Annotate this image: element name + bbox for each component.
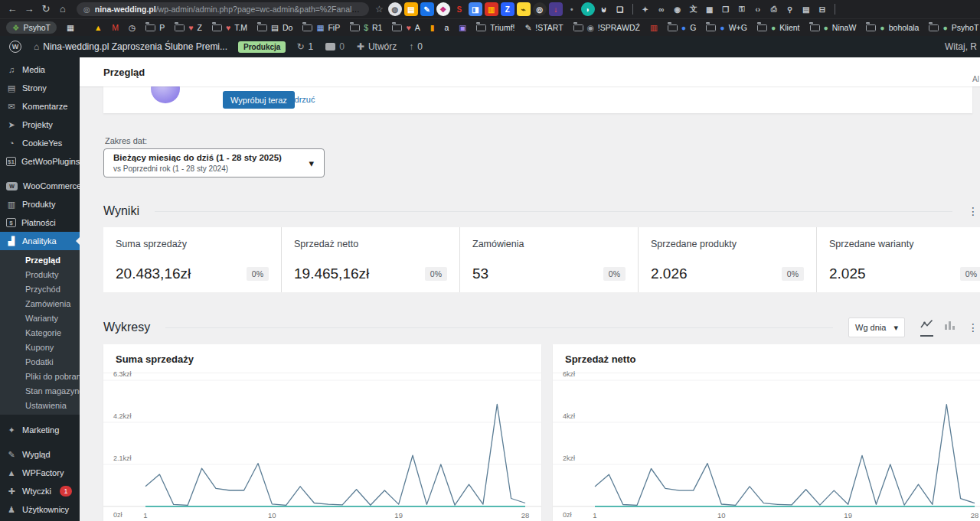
extension-clipboard[interactable]: ❏ [613, 2, 627, 16]
bookmark-folder-triumf[interactable]: Triumf! [476, 23, 514, 32]
site-name-menu[interactable]: ⌂ Nina-wedding.pl Zaproszenia Ślubne Pre… [28, 36, 234, 57]
sidebar-item-cookieyes[interactable]: ◔CookieYes [0, 134, 80, 152]
bookmark-folder-a[interactable]: ♥A [392, 23, 420, 32]
interval-select[interactable]: Wg dnia ▾ [848, 317, 905, 337]
home-icon[interactable]: ⌂ [55, 0, 70, 18]
bookmark-star-icon[interactable]: ☆ [375, 4, 384, 15]
extension-notes-orange[interactable]: ▤ [404, 2, 418, 16]
date-range-select[interactable]: Bieżący miesiąc do dziś (1 - 28 sty 2025… [103, 148, 325, 177]
extension-print[interactable]: ⎙ [767, 2, 781, 16]
sidebar-subitem-zamowienia[interactable]: Zamówienia [0, 296, 80, 311]
bookmark-drive-icon[interactable]: ▲ [94, 23, 102, 32]
wordpress-logo-menu[interactable]: W [3, 36, 28, 57]
bookmark-amazon-icon[interactable]: a [444, 23, 449, 32]
line-chart-icon[interactable] [920, 318, 933, 337]
sidebar-item-woocommerce[interactable]: WWooCommerce [0, 177, 80, 195]
extension-calendar[interactable]: ▦ [703, 2, 717, 16]
updates-menu[interactable]: ↻ 1 [290, 36, 319, 57]
dismiss-link[interactable]: Odrzuć [288, 95, 315, 104]
sidebar-item-wtyczki[interactable]: ✚Wtyczki1 [0, 482, 80, 500]
extension-clip-blue[interactable]: ◨ [469, 2, 482, 16]
extension-globe[interactable]: ◍ [388, 2, 402, 16]
sidebar-item-komentarze[interactable]: ✉Komentarze [0, 97, 80, 116]
sidebar-item-getwooplugins[interactable]: $1GetWooPlugins [0, 152, 80, 171]
bookmark-folder-boholala[interactable]: ●boholala [866, 23, 919, 32]
extension-mic[interactable]: ⊎ [597, 2, 611, 16]
bookmark-apps-grid-icon[interactable]: ▦ [67, 23, 74, 32]
bookmark-folder-r1[interactable]: $R1 [350, 23, 382, 32]
extension-star-badge[interactable]: ✦ [639, 2, 652, 16]
line-chart-plot[interactable] [103, 344, 541, 521]
reload-icon[interactable]: ↻ [38, 0, 54, 18]
sidebar-subitem-podatki[interactable]: Podatki [0, 354, 80, 369]
bookmark-folder-do[interactable]: ▤Do [257, 23, 292, 32]
bookmark-bookmark-favicon-purple[interactable]: ▣ [459, 23, 466, 32]
sidebar-item-media[interactable]: ♫Media [0, 60, 80, 79]
bookmark-folder-z[interactable]: ♥Z [175, 23, 202, 32]
extension-editor-blue[interactable]: ✎ [420, 2, 434, 16]
sidebar-item-platnosci[interactable]: $Płatności [0, 213, 80, 232]
sidebar-item-strony[interactable]: ▤Strony [0, 79, 80, 97]
bookmark-folder-psyhot[interactable]: ●PsyhoT [929, 23, 978, 32]
extension-capture[interactable]: ◉ [671, 2, 684, 16]
extension-chart-red[interactable]: ▥ [485, 2, 498, 16]
back-icon[interactable]: ← [5, 0, 20, 18]
extension-link[interactable]: ∞ [655, 2, 668, 16]
bookmark-folder-p[interactable]: P [145, 23, 165, 32]
sidebar-item-marketing[interactable]: ✦Marketing [0, 421, 80, 439]
charts-kebab-menu-icon[interactable]: ⋮ [968, 321, 978, 334]
performance-kebab-menu-icon[interactable]: ⋮ [968, 205, 978, 217]
extension-dot[interactable]: • [565, 2, 579, 16]
stat-card-sprzedane-produkty[interactable]: Sprzedane produkty 2.026 0% [639, 227, 817, 292]
bookmark-folder-ninaw[interactable]: ●NinaW [810, 23, 857, 32]
sidebar-subitem-przychod[interactable]: Przychód [0, 282, 80, 296]
bookmark-folder-sprawdz[interactable]: ◉!SPRAWDŹ [573, 23, 640, 32]
sidebar-item-wyglad[interactable]: ✎Wygląd [0, 445, 80, 464]
sidebar-item-projekty[interactable]: ➤Projekty [0, 116, 80, 134]
bookmark-gmail-icon[interactable]: M [112, 23, 119, 32]
extension-code[interactable]: ‹› [751, 2, 765, 16]
extension-devices[interactable]: ❐ [719, 2, 733, 16]
bookmark-folder-t-m[interactable]: ♥T.M [212, 23, 247, 32]
stat-card-sprzedane-warianty[interactable]: Sprzedane warianty 2.025 0% [817, 227, 980, 292]
bar-chart-icon[interactable] [944, 319, 956, 336]
extension-teal-chat[interactable]: ◗ [581, 2, 595, 16]
extension-dark-ring[interactable]: ◎ [533, 2, 547, 16]
uploads-menu[interactable]: ↑ 0 [403, 36, 429, 57]
extension-download-purple[interactable]: ↓ [549, 2, 563, 16]
bookmark-folder-fip[interactable]: ▦FiP [302, 23, 340, 32]
line-chart-plot[interactable] [553, 344, 980, 521]
stat-card-sprzedaz-netto[interactable]: Sprzedaż netto 19.465,16zł 0% [282, 227, 460, 292]
greeting-menu[interactable]: Witaj, R [945, 41, 977, 52]
extension-translate[interactable]: 文 [687, 2, 701, 16]
bookmark-bookmark-favicon-orange[interactable]: ▮ [430, 23, 435, 32]
bookmark-bookmark-favicon-red[interactable]: ▥ [650, 23, 658, 32]
extension-car[interactable]: ⊟ [815, 2, 829, 16]
extension-broom-yellow[interactable]: ⌁ [517, 2, 531, 16]
comments-menu[interactable]: 0 [319, 36, 351, 57]
sidebar-subitem-przeglad[interactable]: Przegląd [0, 252, 80, 267]
extension-z-blue[interactable]: Z [501, 2, 514, 16]
sidebar-subitem-kupony[interactable]: Kupony [0, 340, 80, 354]
sidebar-subitem-warianty[interactable]: Warianty [0, 311, 80, 325]
stat-card-zamowienia[interactable]: Zamówienia 53 0% [460, 227, 639, 292]
bookmark-folder-g[interactable]: ●G [668, 23, 697, 32]
try-now-button[interactable]: Wypróbuj teraz [223, 91, 295, 109]
bookmark-history-icon[interactable]: ◷ [129, 23, 136, 32]
sidebar-item-wpfactory[interactable]: ▲WPFactory [0, 464, 80, 482]
bookmark-folder-w-g[interactable]: ●W+G [706, 23, 747, 32]
extension-s-red[interactable]: S [452, 2, 466, 16]
site-settings-icon[interactable]: ◎ [83, 5, 90, 14]
stat-card-suma-sprzedazy[interactable]: Suma sprzedaży 20.483,16zł 0% [103, 227, 282, 292]
sidebar-subitem-stan-magazynowy[interactable]: Stan magazynowy [0, 383, 80, 398]
sidebar-item-produkty[interactable]: ▥Produkty [0, 195, 80, 213]
extension-list[interactable]: ▤ [799, 2, 813, 16]
extension-pin[interactable]: ⚲ [783, 2, 797, 16]
bookmark-start[interactable]: ✎!START [525, 23, 564, 32]
extension-key[interactable]: ⚿ [735, 2, 749, 16]
extension-brain-wheel[interactable]: ❖ [436, 2, 450, 16]
sidebar-subitem-ustawienia[interactable]: Ustawienia [0, 398, 80, 412]
sidebar-subitem-pliki-do-pobrania[interactable]: Pliki do pobrania [0, 369, 80, 383]
sidebar-subitem-kategorie[interactable]: Kategorie [0, 325, 80, 340]
sidebar-item-uzytkownicy[interactable]: ♟Użytkownicy [0, 500, 80, 519]
